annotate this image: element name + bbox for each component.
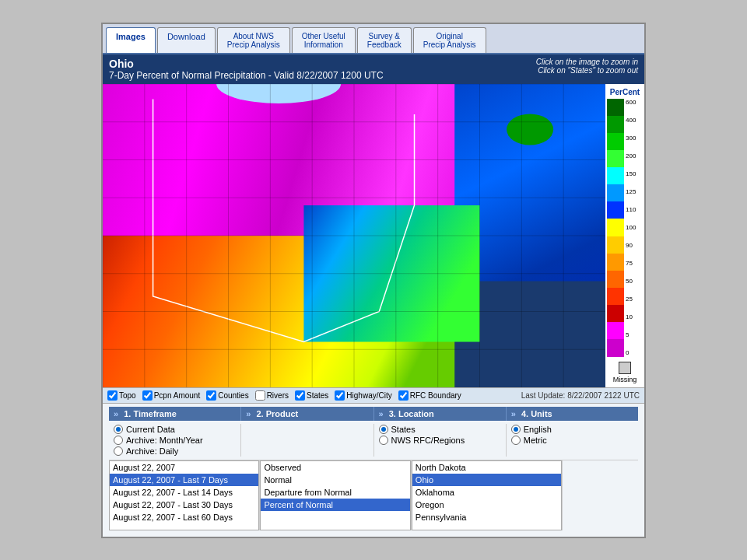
legend-val-90: 90 (626, 242, 643, 249)
tab-original[interactable]: OriginalPrecip Analysis (413, 27, 486, 53)
precip-map[interactable] (103, 84, 605, 387)
timeframe-item-1[interactable]: August 22, 2007 - Last 7 Days (110, 474, 258, 486)
checkbox-states[interactable]: States (295, 390, 328, 401)
arrow-timeframe: » (114, 409, 118, 418)
legend-val-125: 125 (626, 188, 643, 195)
legend-val-600: 600 (626, 99, 643, 106)
location-nws[interactable]: NWS RFC/Regions (379, 435, 501, 446)
checkbox-pcpn[interactable]: Pcpn Amount (142, 390, 200, 401)
counties-label: Counties (218, 391, 248, 400)
legend-missing: Missing (613, 360, 637, 383)
counties-checkbox[interactable] (206, 390, 216, 401)
product-item-1[interactable]: Normal (261, 474, 409, 486)
location-options: States NWS RFC/Regions (374, 424, 507, 457)
legend-val-200: 200 (626, 152, 643, 159)
rfc-label: RFC Boundary (410, 391, 461, 400)
states-checkbox[interactable] (295, 390, 305, 401)
location-list[interactable]: North Dakota Ohio Oklahoma Oregon Pennsy… (412, 460, 562, 530)
arrow-product: » (246, 409, 251, 418)
click-zoom-text: Click on the image to zoom in (536, 58, 638, 66)
legend-val-5: 5 (626, 331, 643, 338)
checkbox-counties[interactable]: Counties (206, 390, 248, 401)
metric-label: Metric (524, 436, 547, 445)
tab-images[interactable]: Images (106, 27, 156, 53)
units-english[interactable]: English (511, 424, 633, 435)
location-item-1[interactable]: Ohio (412, 474, 561, 486)
location-item-4[interactable]: Pennsylvania (412, 511, 561, 523)
map-header: Ohio 7-Day Percent of Normal Precipitati… (103, 54, 644, 84)
units-options: English Metric (507, 424, 638, 457)
product-item-2[interactable]: Departure from Normal (261, 486, 409, 499)
timeframe-options: Current Data Archive: Month/Year Archive… (109, 424, 241, 457)
legend-title: PerCent (610, 88, 640, 96)
main-container: Images Download About NWSPrecip Analysis… (101, 23, 646, 538)
nav-tabs: Images Download About NWSPrecip Analysis… (103, 24, 644, 54)
map-container: Ohio 7-Day Percent of Normal Precipitati… (103, 54, 644, 403)
rfc-checkbox[interactable] (398, 390, 409, 401)
radio-current[interactable] (114, 425, 123, 434)
color-legend: PerCent (605, 84, 644, 387)
tab-download[interactable]: Download (157, 27, 216, 53)
timeframe-archive-month[interactable]: Archive: Month/Year (114, 435, 236, 446)
legend-val-75: 75 (626, 260, 643, 267)
checkbox-topo[interactable]: Topo (107, 390, 136, 401)
units-metric[interactable]: Metric (511, 435, 633, 446)
highway-checkbox[interactable] (335, 390, 345, 401)
tab-other[interactable]: Other UsefulInformation (292, 27, 356, 53)
radio-english[interactable] (511, 425, 521, 434)
state-name: Ohio (109, 58, 384, 70)
map-header-left: Ohio 7-Day Percent of Normal Precipitati… (109, 58, 384, 81)
section-header-product: » 2. Product (241, 407, 374, 421)
checkbox-highway[interactable]: Highway/City (335, 390, 391, 401)
legend-missing-box (619, 362, 631, 374)
radio-archive-month[interactable] (114, 436, 123, 445)
topo-checkbox[interactable] (107, 390, 117, 401)
highway-label: Highway/City (346, 391, 391, 400)
timeframe-list-container: August 22, 2007 August 22, 2007 - Last 7… (109, 460, 260, 530)
states-option-label: States (391, 425, 416, 434)
legend-val-10: 10 (626, 313, 643, 320)
legend-val-110: 110 (626, 206, 643, 213)
radio-nws[interactable] (379, 436, 388, 445)
english-label: English (524, 425, 552, 434)
options-row: Current Data Archive: Month/Year Archive… (109, 421, 638, 460)
product-item-3[interactable]: Percent of Normal (261, 499, 409, 511)
checkbox-rivers[interactable]: Rivers (255, 390, 289, 401)
click-states-text: Click on "States" to zoom out (536, 66, 638, 75)
map-image-area[interactable]: PerCent (103, 84, 644, 387)
checkbox-rfc[interactable]: RFC Boundary (398, 390, 461, 401)
product-list-container: Observed Normal Departure from Normal Pe… (260, 460, 411, 530)
tab-about[interactable]: About NWSPrecip Analysis (217, 27, 290, 53)
location-header: 3. Location (389, 409, 434, 418)
timeframe-item-4[interactable]: August 22, 2007 - Last 60 Days (110, 511, 258, 523)
current-label: Current Data (126, 425, 175, 434)
timeframe-item-0[interactable]: August 22, 2007 (110, 461, 258, 474)
timeframe-item-3[interactable]: August 22, 2007 - Last 30 Days (110, 499, 258, 511)
location-states[interactable]: States (379, 424, 501, 435)
legend-val-300: 300 (626, 135, 643, 142)
location-item-2[interactable]: Oklahoma (412, 486, 561, 499)
location-item-0[interactable]: North Dakota (412, 461, 561, 474)
radio-metric[interactable] (511, 436, 521, 445)
units-header: 4. Units (521, 409, 552, 418)
section-headers: » 1. Timeframe » 2. Product » 3. Locatio… (109, 407, 638, 421)
timeframe-list[interactable]: August 22, 2007 August 22, 2007 - Last 7… (109, 460, 259, 530)
pcpn-checkbox[interactable] (142, 390, 153, 401)
legend-missing-label: Missing (613, 376, 637, 383)
legend-val-0: 0 (626, 349, 643, 356)
product-list[interactable]: Observed Normal Departure from Normal Pe… (260, 460, 410, 530)
tab-survey[interactable]: Survey &Feedback (357, 27, 412, 53)
rivers-checkbox[interactable] (255, 390, 265, 401)
radio-states[interactable] (379, 425, 388, 434)
timeframe-current[interactable]: Current Data (114, 424, 236, 435)
legend-val-25: 25 (626, 296, 643, 303)
map-header-right: Click on the image to zoom in Click on "… (536, 58, 638, 75)
product-item-0[interactable]: Observed (261, 461, 409, 474)
legend-val-50: 50 (626, 278, 643, 285)
last-update: Last Update: 8/22/2007 2122 UTC (521, 391, 640, 400)
rivers-label: Rivers (267, 391, 289, 400)
timeframe-item-2[interactable]: August 22, 2007 - Last 14 Days (110, 486, 258, 499)
location-item-3[interactable]: Oregon (412, 499, 561, 511)
timeframe-archive-daily[interactable]: Archive: Daily (114, 446, 236, 457)
radio-archive-daily[interactable] (114, 446, 123, 456)
